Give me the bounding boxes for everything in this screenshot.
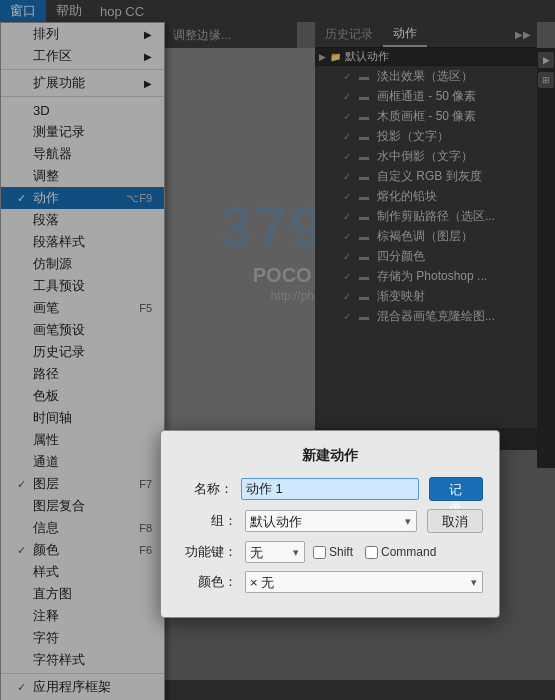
- color-select[interactable]: × 无: [245, 571, 483, 593]
- dialog-title: 新建动作: [177, 447, 483, 465]
- dialog-name-row: 名称： 记录: [177, 477, 483, 501]
- command-checkbox[interactable]: [365, 546, 378, 559]
- function-key-select[interactable]: 无: [245, 541, 305, 563]
- cancel-button[interactable]: 取消: [427, 509, 483, 533]
- color-label: 颜色：: [177, 573, 237, 591]
- dialog-fkey-row: 功能键： 无 Shift Command: [177, 541, 483, 563]
- name-label: 名称：: [177, 480, 233, 498]
- group-label: 组：: [177, 512, 237, 530]
- shift-checkbox-label[interactable]: Shift: [313, 545, 353, 559]
- command-checkbox-label[interactable]: Command: [365, 545, 436, 559]
- shift-label: Shift: [329, 545, 353, 559]
- name-input[interactable]: [241, 478, 419, 500]
- record-button[interactable]: 记录: [429, 477, 483, 501]
- command-label: Command: [381, 545, 436, 559]
- dialog-group-row: 组： 默认动作 取消: [177, 509, 483, 533]
- new-action-dialog: 新建动作 名称： 记录 组： 默认动作 取消 功能键： 无 Shift Comm…: [160, 430, 500, 618]
- dialog-color-row: 颜色： × 无: [177, 571, 483, 593]
- shift-checkbox[interactable]: [313, 546, 326, 559]
- function-key-label: 功能键：: [177, 543, 237, 561]
- group-select[interactable]: 默认动作: [245, 510, 417, 532]
